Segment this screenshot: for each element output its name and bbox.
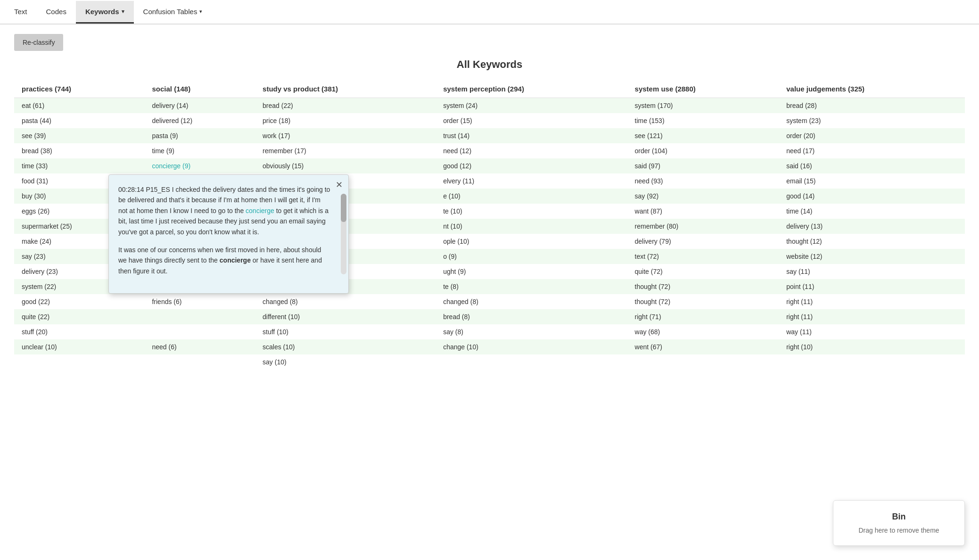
table-cell: say (11) <box>779 264 965 279</box>
table-cell: right (11) <box>779 309 965 324</box>
table-cell <box>144 324 255 339</box>
table-cell: unclear (10) <box>14 339 144 354</box>
table-cell: stuff (10) <box>255 324 436 339</box>
chevron-down-icon: ▾ <box>122 8 124 15</box>
table-cell: thought (72) <box>627 279 779 294</box>
table-cell: right (71) <box>627 309 779 324</box>
tab-confusion-tables-label: Confusion Tables <box>143 8 197 16</box>
table-cell: see (121) <box>627 128 779 143</box>
bin-title: Bin <box>843 512 955 522</box>
table-cell <box>779 354 965 370</box>
reclassify-button[interactable]: Re-classify <box>14 34 63 51</box>
table-cell: remember (17) <box>255 143 436 158</box>
table-cell: system (170) <box>627 98 779 114</box>
table-cell: way (68) <box>627 324 779 339</box>
table-row: say (10) <box>14 354 965 370</box>
table-cell: see (39) <box>14 128 144 143</box>
page-title: All Keywords <box>14 58 965 71</box>
table-cell: ught (9) <box>436 264 627 279</box>
table-cell <box>627 354 779 370</box>
tab-keywords[interactable]: Keywords ▾ <box>76 1 134 24</box>
table-cell: scales (10) <box>255 339 436 354</box>
table-cell: order (104) <box>627 143 779 158</box>
table-cell: delivery (79) <box>627 234 779 249</box>
table-cell: need (12) <box>436 143 627 158</box>
table-cell: good (14) <box>779 189 965 204</box>
concierge-link[interactable]: concierge (9) <box>152 162 190 170</box>
table-cell: email (15) <box>779 173 965 189</box>
table-cell <box>144 354 255 370</box>
table-cell: friends (6) <box>144 294 255 309</box>
table-cell: time (153) <box>627 113 779 128</box>
table-cell: stuff (20) <box>14 324 144 339</box>
chevron-down-icon-2: ▾ <box>199 8 202 15</box>
bin-panel[interactable]: Bin Drag here to remove theme <box>833 500 965 546</box>
table-cell: way (11) <box>779 324 965 339</box>
table-cell: text (72) <box>627 249 779 264</box>
table-cell: bread (8) <box>436 309 627 324</box>
nav-bar: Text Codes Keywords ▾ Confusion Tables ▾ <box>0 0 979 25</box>
table-row: pasta (44)delivered (12)price (18)order … <box>14 113 965 128</box>
tab-keywords-label: Keywords <box>85 8 119 16</box>
table-row: eat (61)delivery (14)bread (22)system (2… <box>14 98 965 114</box>
table-cell: obviously (15) <box>255 158 436 173</box>
table-cell: ople (10) <box>436 234 627 249</box>
modal-bold-concierge: concierge <box>220 256 251 264</box>
table-cell: website (12) <box>779 249 965 264</box>
table-cell: order (20) <box>779 128 965 143</box>
table-cell: said (16) <box>779 158 965 173</box>
table-cell: said (97) <box>627 158 779 173</box>
table-cell: time (33) <box>14 158 144 173</box>
table-cell: time (14) <box>779 204 965 219</box>
col-header-system-use: system use (2880) <box>627 80 779 98</box>
table-cell: quite (22) <box>14 309 144 324</box>
table-cell: time (9) <box>144 143 255 158</box>
table-cell: need (6) <box>144 339 255 354</box>
modal-close-button[interactable]: ✕ <box>336 181 343 189</box>
table-cell: e (10) <box>436 189 627 204</box>
table-cell: work (17) <box>255 128 436 143</box>
table-cell: o (9) <box>436 249 627 264</box>
table-row: quite (22)different (10)bread (8)right (… <box>14 309 965 324</box>
table-cell: pasta (44) <box>14 113 144 128</box>
table-cell: bread (28) <box>779 98 965 114</box>
table-cell: thought (72) <box>627 294 779 309</box>
table-cell: te (8) <box>436 279 627 294</box>
table-row: time (33)concierge (9)obviously (15)good… <box>14 158 965 173</box>
table-cell: say (10) <box>255 354 436 370</box>
table-cell: good (12) <box>436 158 627 173</box>
table-row: unclear (10)need (6)scales (10)change (1… <box>14 339 965 354</box>
table-cell: bread (22) <box>255 98 436 114</box>
table-cell: pasta (9) <box>144 128 255 143</box>
modal-box: ✕ 00:28:14 P15_ES I checked the delivery… <box>108 174 349 294</box>
table-cell: right (11) <box>779 294 965 309</box>
table-cell: want (87) <box>627 204 779 219</box>
table-cell: need (17) <box>779 143 965 158</box>
col-header-value-judgements: value judgements (325) <box>779 80 965 98</box>
table-row: stuff (20)stuff (10)say (8)way (68)way (… <box>14 324 965 339</box>
modal-scrollbar-thumb[interactable] <box>341 194 346 222</box>
table-cell: concierge (9) <box>144 158 255 173</box>
table-cell: trust (14) <box>436 128 627 143</box>
table-cell <box>436 354 627 370</box>
table-cell: changed (8) <box>436 294 627 309</box>
tab-text[interactable]: Text <box>5 1 37 24</box>
col-header-system-perception: system perception (294) <box>436 80 627 98</box>
table-cell: change (10) <box>436 339 627 354</box>
modal-paragraph-2: It was one of our concerns when we first… <box>118 245 339 276</box>
table-cell: changed (8) <box>255 294 436 309</box>
table-cell: bread (38) <box>14 143 144 158</box>
col-header-social: social (148) <box>144 80 255 98</box>
table-cell: system (23) <box>779 113 965 128</box>
table-row: bread (38)time (9)remember (17)need (12)… <box>14 143 965 158</box>
modal-scrollbar[interactable] <box>341 194 346 274</box>
table-cell: delivery (14) <box>144 98 255 114</box>
table-cell: remember (80) <box>627 219 779 234</box>
modal-paragraph-1: 00:28:14 P15_ES I checked the delivery d… <box>118 184 339 237</box>
modal-link-concierge[interactable]: concierge <box>246 207 274 214</box>
table-cell: eat (61) <box>14 98 144 114</box>
tab-confusion-tables[interactable]: Confusion Tables ▾ <box>134 1 212 24</box>
table-cell: went (67) <box>627 339 779 354</box>
tab-codes[interactable]: Codes <box>37 1 76 24</box>
table-cell <box>144 309 255 324</box>
